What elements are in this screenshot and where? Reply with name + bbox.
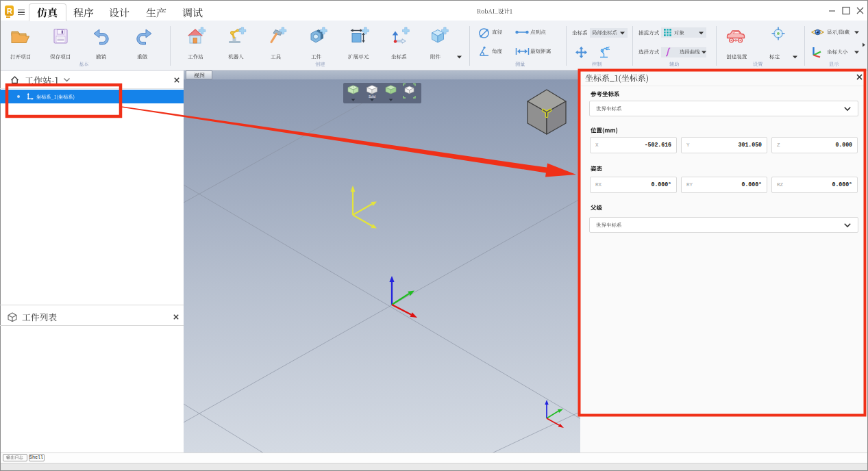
svg-text:Solid: Solid <box>369 95 376 99</box>
